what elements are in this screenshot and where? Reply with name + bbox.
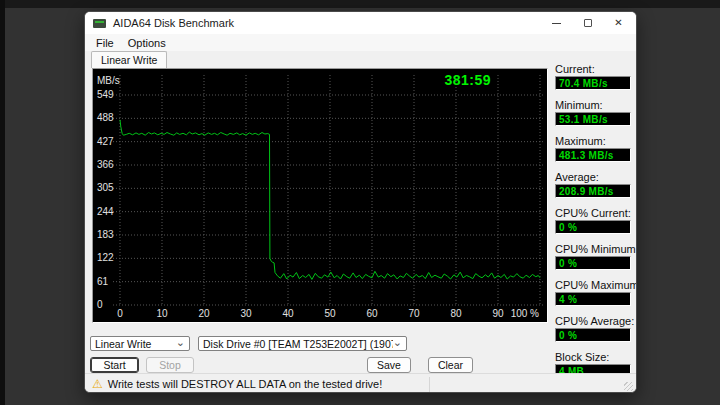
y-tick-label: 122 <box>97 252 121 263</box>
stat-average: Average: 208.9 MB/s <box>555 171 631 198</box>
minimize-icon <box>552 23 561 24</box>
aida64-disk-benchmark-window: AIDA64 Disk Benchmark ✕ File Options Lin… <box>84 11 637 393</box>
test-type-value: Linear Write <box>95 338 176 350</box>
x-tick-label: 40 <box>282 308 293 319</box>
close-button[interactable]: ✕ <box>603 12 634 34</box>
y-tick-label: 488 <box>97 112 121 123</box>
stat-value: 0 % <box>555 220 631 234</box>
stat-value: 70.4 MB/s <box>555 76 631 90</box>
status-bar-divider <box>429 377 430 392</box>
caption-buttons: ✕ <box>541 12 634 34</box>
stat-value: 53.1 MB/s <box>555 112 631 126</box>
x-tick-label: 60 <box>366 308 377 319</box>
x-tick-label: 80 <box>450 308 461 319</box>
stat-minimum: Minimum: 53.1 MB/s <box>555 99 631 126</box>
stats-panel: Current: 70.4 MB/s Minimum: 53.1 MB/s Ma… <box>555 63 631 387</box>
stat-value: 208.9 MB/s <box>555 184 631 198</box>
stop-button[interactable]: Stop <box>146 357 194 373</box>
x-tick-label: 20 <box>198 308 209 319</box>
drive-select[interactable]: Disk Drive #0 [TEAM T253E2002T] (1907.7 … <box>198 336 407 351</box>
stat-cpu-average: CPU% Average: 0 % <box>555 315 631 342</box>
x-tick-label: 0 <box>117 308 123 319</box>
elapsed-time: 381:59 <box>444 72 491 88</box>
app-icon <box>93 19 106 28</box>
stat-label: Average: <box>555 171 631 183</box>
stat-cpu-maximum: CPU% Maximum: 4 % <box>555 279 631 306</box>
y-tick-label: 366 <box>97 159 121 170</box>
stat-label: CPU% Current: <box>555 207 631 219</box>
stat-current: Current: 70.4 MB/s <box>555 63 631 90</box>
stat-value: 481.3 MB/s <box>555 148 631 162</box>
y-tick-label: 244 <box>97 206 121 217</box>
stat-label: Block Size: <box>555 351 631 363</box>
stat-label: Maximum: <box>555 135 631 147</box>
drive-select-value: Disk Drive #0 [TEAM T253E2002T] (1907.7 … <box>203 338 393 350</box>
y-tick-label: 549 <box>97 89 121 100</box>
y-tick-label: 61 <box>97 276 121 287</box>
stat-maximum: Maximum: 481.3 MB/s <box>555 135 631 162</box>
y-tick-label: 305 <box>97 182 121 193</box>
stat-value: 4 % <box>555 292 631 306</box>
tab-linear-write[interactable]: Linear Write <box>91 51 167 68</box>
stat-value: 0 % <box>555 328 631 342</box>
stat-label: CPU% Average: <box>555 315 631 327</box>
y-tick-label: 427 <box>97 136 121 147</box>
stat-label: Minimum: <box>555 99 631 111</box>
benchmark-chart: MB/s 381:59 549488427366305244183122610 … <box>92 68 548 323</box>
x-tick-label: 50 <box>324 308 335 319</box>
stat-value: 0 % <box>555 256 631 270</box>
warning-text: Write tests will DESTROY ALL DATA on the… <box>108 378 383 390</box>
x-tick-label: 90 <box>492 308 503 319</box>
y-axis-unit-label: MB/s <box>97 75 120 86</box>
stat-label: CPU% Maximum: <box>555 279 631 291</box>
x-tick-label: 30 <box>240 308 251 319</box>
warning-icon: ⚠ <box>92 378 103 390</box>
resize-grip-icon[interactable] <box>624 382 633 391</box>
start-button[interactable]: Start <box>90 357 139 373</box>
window-title: AIDA64 Disk Benchmark <box>113 17 234 29</box>
stat-cpu-minimum: CPU% Minimum: 0 % <box>555 243 631 270</box>
close-icon: ✕ <box>614 18 622 28</box>
x-tick-label: 10 <box>156 308 167 319</box>
screen-left-strip <box>0 0 5 405</box>
save-button[interactable]: Save <box>367 357 411 373</box>
test-type-select[interactable]: Linear Write ⌄ <box>90 336 190 351</box>
x-tick-label: 100 % <box>511 308 539 319</box>
menu-bar: File Options <box>85 34 636 51</box>
y-tick-label: 183 <box>97 229 121 240</box>
stat-cpu-current: CPU% Current: 0 % <box>555 207 631 234</box>
status-bar: ⚠ Write tests will DESTROY ALL DATA on t… <box>85 373 636 393</box>
stat-label: CPU% Minimum: <box>555 243 631 255</box>
screen-top-strip <box>0 0 720 8</box>
clear-button[interactable]: Clear <box>428 357 473 373</box>
title-bar: AIDA64 Disk Benchmark ✕ <box>85 12 636 34</box>
chart-canvas <box>93 69 547 322</box>
maximize-icon <box>584 19 592 27</box>
minimize-button[interactable] <box>541 12 572 34</box>
menu-file[interactable]: File <box>89 36 121 50</box>
stat-label: Current: <box>555 63 631 75</box>
maximize-button[interactable] <box>572 12 603 34</box>
menu-options[interactable]: Options <box>121 36 173 50</box>
x-tick-label: 70 <box>408 308 419 319</box>
